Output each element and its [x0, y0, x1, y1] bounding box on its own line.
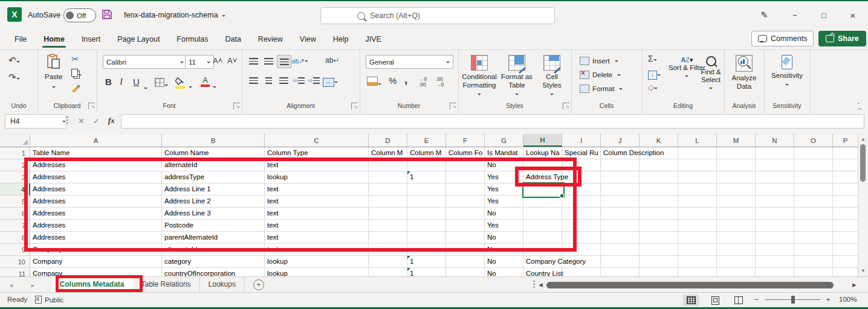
- cell-L8[interactable]: [678, 232, 717, 244]
- cell-F5[interactable]: [446, 196, 485, 208]
- document-title[interactable]: fenx-data-migration-schema: [124, 11, 225, 19]
- font-name-select[interactable]: Calibri: [103, 55, 187, 69]
- cell-M1[interactable]: [717, 147, 756, 159]
- cell-P9[interactable]: [833, 244, 858, 256]
- cell-D8[interactable]: [369, 232, 407, 244]
- cell-O6[interactable]: [794, 208, 833, 220]
- cell-B7[interactable]: Postcode: [162, 220, 265, 232]
- increase-decimal-button[interactable]: ←0.00: [419, 77, 427, 88]
- sheet-tab-lookups[interactable]: Lookups: [200, 277, 245, 292]
- cell-H2[interactable]: [523, 159, 562, 171]
- zoom-slider-handle[interactable]: [791, 296, 795, 304]
- cell-E9[interactable]: [407, 244, 446, 256]
- cut-button[interactable]: ✂: [71, 54, 79, 65]
- cell-J5[interactable]: [601, 196, 640, 208]
- align-center-button[interactable]: [262, 74, 275, 86]
- grow-font-button[interactable]: A˄: [213, 56, 222, 65]
- sensitivity-button[interactable]: Sensitivity: [766, 55, 808, 89]
- cell-G4[interactable]: Yes: [485, 183, 523, 196]
- row-header-1[interactable]: 1: [0, 147, 30, 159]
- cell-N7[interactable]: [756, 220, 794, 232]
- cell-B9[interactable]: alternateId: [162, 244, 265, 256]
- cancel-entry-icon[interactable]: ✕: [78, 116, 85, 126]
- cell-B5[interactable]: Address Line 2: [162, 196, 265, 208]
- cell-P10[interactable]: [833, 256, 858, 268]
- row-header-3[interactable]: 3: [0, 171, 30, 183]
- column-header-M[interactable]: M: [717, 134, 756, 147]
- conditional-formatting-button[interactable]: Conditional Formatting: [461, 55, 498, 98]
- cell-F10[interactable]: [446, 256, 485, 268]
- clipboard-dialog-launcher[interactable]: ↘: [88, 103, 95, 109]
- cell-H6[interactable]: [523, 208, 562, 220]
- zoom-out-icon[interactable]: −: [754, 296, 759, 303]
- cell-D1[interactable]: Column M: [369, 147, 407, 159]
- bottom-align-button[interactable]: [277, 55, 291, 68]
- cell-G9[interactable]: No: [485, 244, 523, 256]
- font-dialog-launcher[interactable]: ↘: [233, 103, 240, 109]
- cell-D6[interactable]: [369, 208, 407, 220]
- cell-J4[interactable]: [601, 183, 640, 196]
- cell-O3[interactable]: [794, 171, 833, 183]
- cell-P5[interactable]: [833, 196, 858, 208]
- cell-C3[interactable]: lookup: [265, 171, 369, 183]
- column-header-G[interactable]: G: [485, 134, 523, 147]
- cell-K8[interactable]: [640, 232, 678, 244]
- column-header-K[interactable]: K: [640, 134, 678, 147]
- page-layout-view-button[interactable]: [707, 295, 723, 306]
- number-dialog-launcher[interactable]: ↘: [450, 103, 456, 109]
- cell-L9[interactable]: [678, 244, 717, 256]
- percent-style-button[interactable]: %: [389, 75, 397, 86]
- align-right-button[interactable]: [277, 74, 290, 86]
- styles-dialog-launcher[interactable]: ↘: [563, 103, 569, 109]
- decrease-indent-button[interactable]: ⇦: [292, 74, 305, 86]
- cell-J2[interactable]: [601, 159, 640, 171]
- cell-N6[interactable]: [756, 208, 794, 220]
- cell-K7[interactable]: [640, 220, 678, 232]
- row-header-6[interactable]: 6: [0, 208, 30, 220]
- top-align-button[interactable]: [247, 55, 260, 67]
- italic-button[interactable]: I: [120, 77, 123, 87]
- cell-B1[interactable]: Column Name: [162, 147, 265, 159]
- cell-K11[interactable]: [640, 268, 678, 276]
- cell-K9[interactable]: [640, 244, 678, 256]
- column-header-C[interactable]: C: [265, 134, 369, 147]
- cell-B2[interactable]: alternateId: [162, 159, 265, 171]
- autosave-toggle[interactable]: Off: [63, 8, 96, 22]
- cell-I5[interactable]: [562, 196, 601, 208]
- cell-N1[interactable]: [756, 147, 794, 159]
- cell-B4[interactable]: Address Line 1: [162, 183, 265, 196]
- cell-G5[interactable]: Yes: [485, 196, 523, 208]
- column-header-O[interactable]: O: [794, 134, 833, 147]
- column-header-F[interactable]: F: [446, 134, 485, 147]
- cell-D3[interactable]: [369, 171, 407, 183]
- tab-data[interactable]: Data: [216, 29, 249, 49]
- cell-I6[interactable]: [562, 208, 601, 220]
- cell-D10[interactable]: [369, 256, 407, 268]
- vertical-scrollbar[interactable]: ▲ ▼: [858, 134, 868, 276]
- row-header-2[interactable]: 2: [0, 159, 30, 171]
- cell-F1[interactable]: Column Fo: [446, 147, 485, 159]
- cell-P7[interactable]: [833, 220, 858, 232]
- cell-G10[interactable]: No: [485, 256, 523, 268]
- cell-O4[interactable]: [794, 183, 833, 196]
- cell-E3[interactable]: 1: [407, 171, 446, 183]
- column-header-A[interactable]: A: [30, 134, 162, 147]
- cell-J7[interactable]: [601, 220, 640, 232]
- cell-E6[interactable]: [407, 208, 446, 220]
- clear-button[interactable]: ◇: [648, 83, 658, 92]
- cell-J11[interactable]: [601, 268, 640, 276]
- scroll-down-icon[interactable]: ▼: [858, 267, 868, 275]
- row-header-5[interactable]: 5: [0, 196, 30, 208]
- cell-I7[interactable]: [562, 220, 601, 232]
- autosum-button[interactable]: Σ: [648, 54, 657, 63]
- fill-handle[interactable]: [560, 194, 564, 198]
- cell-F6[interactable]: [446, 208, 485, 220]
- cell-F4[interactable]: [446, 183, 485, 196]
- cell-L2[interactable]: [678, 159, 717, 171]
- cell-M4[interactable]: [717, 183, 756, 196]
- collapse-ribbon-icon[interactable]: ˆ̲: [857, 102, 860, 109]
- merge-center-button[interactable]: ↔: [323, 75, 338, 87]
- insert-cells-button[interactable]: Insert: [580, 54, 623, 68]
- tab-review[interactable]: Review: [250, 29, 291, 49]
- cell-L10[interactable]: [678, 256, 717, 268]
